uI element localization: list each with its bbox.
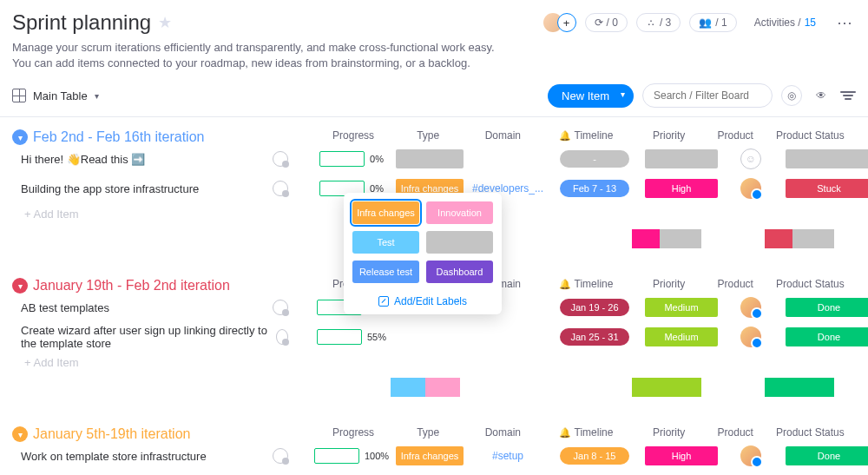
avatar-placeholder-icon: ☺: [740, 148, 761, 169]
type-option[interactable]: Release test: [352, 261, 419, 283]
add-item-button[interactable]: + Add Item: [12, 356, 856, 369]
priority-cell[interactable]: [642, 148, 720, 169]
view-switcher[interactable]: Main Table ▾: [12, 89, 99, 102]
column-header-priority[interactable]: Priority: [632, 278, 707, 290]
type-option[interactable]: Infra changes: [352, 201, 419, 224]
product-owner-cell[interactable]: [720, 327, 781, 347]
item-name[interactable]: Work on template store infrastructure: [12, 448, 295, 464]
counter-pill-3[interactable]: 👥/ 1: [689, 13, 736, 32]
column-header-status[interactable]: Product Status: [765, 278, 856, 290]
domain-cell[interactable]: [469, 327, 547, 347]
timeline-cell[interactable]: Jan 19 - 26: [547, 297, 642, 318]
avatar: [740, 178, 761, 199]
group-collapse-toggle[interactable]: ▾: [12, 129, 28, 145]
add-edit-labels-link[interactable]: Add/Edit Labels: [352, 290, 493, 309]
bell-icon: 🔔: [559, 427, 571, 438]
column-header-product[interactable]: Product: [707, 278, 765, 290]
conversation-icon[interactable]: [273, 448, 288, 464]
item-name[interactable]: Hi there! 👋Read this ➡️: [12, 151, 295, 167]
product-owner-cell[interactable]: [720, 178, 781, 199]
avatar: [740, 445, 761, 466]
eye-icon[interactable]: 👁: [811, 85, 832, 106]
avatar: [740, 327, 761, 347]
item-name[interactable]: Building the app store infrastructure: [12, 181, 295, 196]
person-filter-icon[interactable]: ◎: [781, 85, 802, 106]
progress-cell[interactable]: 100%: [312, 445, 391, 466]
timeline-cell[interactable]: Feb 7 - 13: [547, 178, 642, 199]
column-header-timeline[interactable]: 🔔Timeline: [540, 129, 631, 142]
group-title[interactable]: Feb 2nd - Feb 16th iteration: [33, 129, 204, 145]
column-header-progress[interactable]: Progress: [316, 426, 391, 439]
priority-cell[interactable]: Medium: [642, 327, 720, 347]
progress-cell[interactable]: 0%: [312, 148, 391, 169]
column-header-status[interactable]: Product Status: [765, 426, 856, 439]
summary-stack: [391, 378, 460, 397]
group-title[interactable]: January 19th - Feb 2nd iteration: [33, 278, 230, 294]
status-cell[interactable]: Done: [781, 297, 868, 318]
filter-icon[interactable]: [840, 91, 856, 100]
chevron-down-icon: ▾: [95, 91, 99, 101]
column-header-type[interactable]: Type: [391, 129, 465, 142]
type-dropdown: Infra changesInnovationTestRelease testD…: [344, 193, 502, 314]
conversation-icon[interactable]: [273, 181, 288, 196]
more-menu-icon[interactable]: ⋯: [833, 13, 856, 32]
header-actions: + ⟳/ 0 ⛬/ 3 👥/ 1 Activities /15 ⋯: [543, 13, 856, 32]
summary-stack: [765, 229, 834, 248]
type-option[interactable]: [426, 231, 493, 254]
new-item-button[interactable]: New Item: [548, 84, 634, 108]
priority-cell[interactable]: High: [642, 445, 720, 466]
priority-cell[interactable]: Medium: [642, 297, 720, 318]
column-header-product[interactable]: Product: [707, 129, 765, 142]
type-cell[interactable]: Infra changes: [391, 445, 469, 466]
status-cell[interactable]: [781, 148, 868, 169]
column-header-priority[interactable]: Priority: [632, 426, 707, 439]
column-header-progress[interactable]: Progress: [316, 129, 391, 142]
column-header-domain[interactable]: Domain: [465, 129, 540, 142]
activities-link[interactable]: Activities /15: [746, 14, 825, 31]
type-option[interactable]: Dashboard: [426, 261, 493, 283]
product-owner-cell[interactable]: [720, 445, 781, 466]
type-cell[interactable]: [391, 327, 469, 347]
conversation-icon[interactable]: [276, 329, 288, 345]
timeline-cell[interactable]: -: [547, 148, 642, 169]
search-input[interactable]: [642, 83, 773, 108]
column-header-status[interactable]: Product Status: [765, 129, 856, 142]
group-title[interactable]: January 5th-19th iteration: [33, 426, 190, 442]
status-cell[interactable]: Done: [781, 445, 868, 466]
table-icon: [12, 89, 26, 102]
column-header-priority[interactable]: Priority: [632, 129, 707, 142]
counter-pill-2[interactable]: ⛬/ 3: [636, 13, 681, 32]
product-owner-cell[interactable]: ☺: [720, 148, 781, 169]
avatar: [740, 297, 761, 318]
status-cell[interactable]: Stuck: [781, 178, 868, 199]
product-owner-cell[interactable]: [720, 297, 781, 318]
group-collapse-toggle[interactable]: ▾: [12, 278, 28, 294]
counter-pill-1[interactable]: ⟳/ 0: [585, 13, 628, 32]
progress-cell[interactable]: 55%: [312, 327, 391, 347]
conversation-icon[interactable]: [273, 151, 288, 167]
timeline-cell[interactable]: Jan 8 - 15: [547, 445, 642, 466]
type-option[interactable]: Innovation: [426, 201, 493, 224]
bell-icon: 🔔: [559, 130, 571, 141]
domain-cell[interactable]: #setup: [469, 445, 547, 466]
column-header-timeline[interactable]: 🔔Timeline: [540, 426, 631, 439]
type-option[interactable]: Test: [352, 231, 419, 254]
domain-cell[interactable]: [469, 148, 547, 169]
invite-icon[interactable]: +: [557, 13, 576, 32]
item-name[interactable]: Create wizard after user sign up linking…: [12, 324, 295, 350]
column-header-timeline[interactable]: 🔔Timeline: [540, 278, 631, 290]
timeline-cell[interactable]: Jan 25 - 31: [547, 327, 642, 347]
conversation-icon[interactable]: [273, 300, 288, 315]
column-header-product[interactable]: Product: [707, 426, 765, 439]
board-description: Manage your scrum iterations efficiently…: [12, 40, 516, 71]
group-collapse-toggle[interactable]: ▾: [12, 426, 28, 442]
column-header-domain[interactable]: Domain: [465, 426, 540, 439]
priority-cell[interactable]: High: [642, 178, 720, 199]
favorite-star-icon[interactable]: ★: [158, 13, 172, 32]
type-cell[interactable]: [391, 148, 469, 169]
status-cell[interactable]: Done: [781, 327, 868, 347]
pencil-icon: [378, 296, 389, 307]
column-header-type[interactable]: Type: [391, 426, 465, 439]
item-name[interactable]: AB test templates: [12, 300, 295, 315]
bell-icon: 🔔: [559, 279, 571, 289]
